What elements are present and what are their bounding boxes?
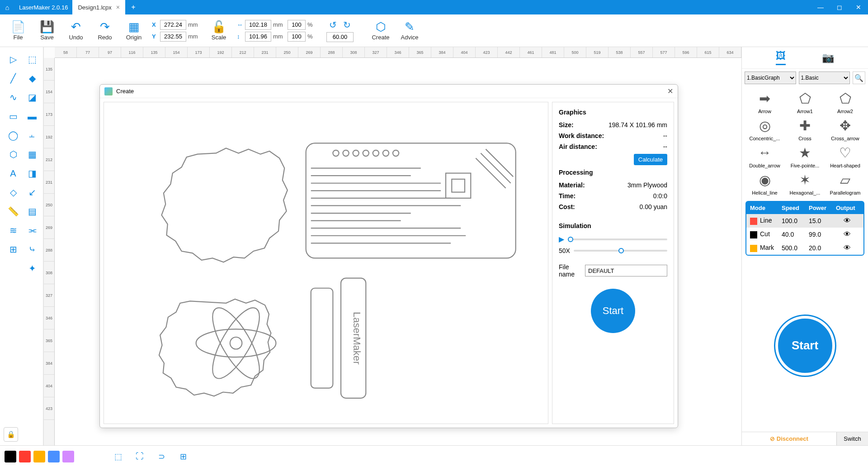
shape-five-pointe...[interactable]: ★Five-pointe... (786, 143, 824, 168)
camera-tab-icon[interactable]: 📷 (822, 52, 834, 64)
rect-tool[interactable]: ▭ (5, 109, 21, 124)
shape-hexagonal_...[interactable]: ✶Hexagonal_... (786, 170, 824, 195)
shape-heart-shaped[interactable]: ♡Heart-shaped (826, 143, 864, 168)
dialog-close-icon[interactable]: ✕ (667, 87, 673, 95)
sim-progress-slider[interactable] (568, 238, 667, 240)
minimize-button[interactable]: — (811, 4, 830, 11)
filename-input[interactable] (585, 265, 667, 276)
tab-design[interactable]: Design1.lcpx × (72, 0, 125, 14)
magnet-button[interactable]: ⊃ (154, 449, 169, 464)
global-start-button[interactable]: Start (778, 319, 832, 373)
undo-button[interactable]: ↶Undo (61, 17, 90, 45)
close-window-button[interactable]: ✕ (849, 4, 868, 11)
width-pct-input[interactable]: 100 (288, 20, 306, 30)
disconnect-status[interactable]: ⊘ Disconnect (742, 432, 836, 445)
shape-arrow2[interactable]: ⬠Arrow2 (826, 89, 864, 114)
layer-row-cut[interactable]: Cut40.099.0👁 (746, 228, 863, 241)
boolean-tool[interactable]: ⫘ (24, 223, 40, 238)
color-swatch[interactable] (48, 451, 60, 462)
table-tool[interactable]: ⊞ (5, 242, 21, 257)
shape-arrow1[interactable]: ⬠Arrow1 (786, 89, 824, 114)
category-select-2[interactable]: 1.Basic (799, 71, 850, 84)
color-swatch[interactable] (19, 451, 31, 462)
array-tool[interactable]: ▤ (24, 204, 40, 219)
svg-text:LaserMaker: LaserMaker (351, 311, 363, 364)
layer-row-line[interactable]: Line100.015.0👁 (746, 214, 863, 228)
close-tab-icon[interactable]: × (116, 4, 120, 11)
line-tool[interactable]: ╱ (5, 71, 21, 86)
grid-button[interactable]: ⊞ (175, 449, 191, 464)
maximize-button[interactable]: ◻ (830, 4, 849, 11)
col-output: Output (836, 205, 859, 211)
library-tab-icon[interactable]: 🖼 (776, 50, 786, 65)
path-tool[interactable]: ⤷ (24, 242, 40, 257)
shape-cross_arrow[interactable]: ✥Cross_arrow (826, 116, 864, 141)
eraser-tool[interactable]: ◇ (5, 185, 21, 200)
color-swatch[interactable] (33, 451, 45, 462)
category-select-1[interactable]: 1.BasicGraph (745, 71, 796, 84)
lock-button[interactable]: 🔒 (4, 427, 18, 442)
text-tool[interactable]: A (5, 166, 21, 181)
svg-point-2 (343, 150, 349, 156)
rotate-ccw-icon[interactable]: ↺ (329, 19, 337, 30)
crop-button[interactable]: ⬚ (110, 449, 126, 464)
height-pct-input[interactable]: 100 (288, 32, 306, 42)
curve-tool[interactable]: ∿ (5, 90, 21, 105)
rotation-input[interactable]: 60.00 (326, 32, 354, 42)
redo-button[interactable]: ↷Redo (90, 17, 119, 45)
shape-concentric_...[interactable]: ◎Concentric_... (745, 116, 784, 141)
shape-parallelogram[interactable]: ▱Parallelogram (826, 170, 864, 195)
shape-tool[interactable]: ◪ (24, 90, 40, 105)
focus-button[interactable]: ⛶ (132, 449, 147, 464)
time-value: 0:0:0 (653, 192, 667, 200)
x-input[interactable]: 272.24 (160, 20, 186, 30)
width-input[interactable]: 102.18 (245, 20, 271, 30)
polygon-tool[interactable]: ⬡ (5, 147, 21, 162)
file-button[interactable]: 📄File (4, 17, 33, 45)
shape-helical_line[interactable]: ◉Helical_line (745, 170, 784, 195)
fill-rect-tool[interactable]: ▬ (24, 109, 40, 124)
svg-point-6 (383, 150, 389, 156)
dialog-start-button[interactable]: Start (591, 289, 635, 333)
new-tab-button[interactable]: + (127, 3, 140, 11)
ellipse-tool[interactable]: ◯ (5, 128, 21, 143)
search-icon[interactable]: 🔍 (853, 71, 865, 84)
rotate-cw-icon[interactable]: ↻ (343, 19, 351, 30)
svg-point-3 (353, 150, 359, 156)
align-tool[interactable]: ⫠ (24, 128, 40, 143)
y-input[interactable]: 232.55 (160, 32, 186, 42)
laser-tool[interactable]: ✦ (24, 261, 40, 276)
sim-speed-slider[interactable] (574, 250, 667, 252)
marquee-tool[interactable]: ⬚ (24, 52, 40, 67)
color-swatch[interactable] (5, 451, 16, 462)
processing-heading: Processing (559, 169, 667, 176)
shape-arrow[interactable]: ➡Arrow (745, 89, 784, 114)
svg-point-7 (393, 150, 399, 156)
create-button[interactable]: ⬡Create (366, 17, 395, 45)
scale-button[interactable]: 🔓Scale (204, 17, 233, 45)
save-button[interactable]: 💾Save (33, 17, 61, 45)
layer-row-mark[interactable]: Mark500.020.0👁 (746, 241, 863, 255)
right-panel: 🖼 📷 1.BasicGraph 1.Basic 🔍 ➡Arrow⬠Arrow1… (741, 47, 868, 445)
home-icon[interactable]: ⌂ (0, 4, 14, 11)
undo-icon: ↶ (71, 20, 81, 33)
layers-tool[interactable]: ≋ (5, 223, 21, 238)
shape-cross[interactable]: ✚Cross (786, 116, 824, 141)
shape-double_arrow[interactable]: ↔Double_arrow (745, 143, 784, 168)
height-input[interactable]: 101.96 (245, 32, 271, 42)
switch-button[interactable]: Switch (836, 432, 868, 445)
origin-button[interactable]: ▦Origin (119, 17, 148, 45)
bottom-bar: ⬚ ⛶ ⊃ ⊞ (0, 445, 868, 467)
select-tool[interactable]: ▷ (5, 52, 21, 67)
color-swatch[interactable] (62, 451, 74, 462)
grid-tool[interactable]: ▦ (24, 147, 40, 162)
play-icon[interactable]: ▶ (559, 235, 564, 243)
app-title: LaserMaker 2.0.16 (14, 4, 72, 11)
size-inputs: ↔102.18mm100% ↕101.96mm100% (237, 20, 320, 42)
fill-tool[interactable]: ◆ (24, 71, 40, 86)
edit-node-tool[interactable]: ↙ (24, 185, 40, 200)
advice-button[interactable]: ✎Advice (395, 17, 424, 45)
calculate-button[interactable]: Calculate (634, 154, 667, 165)
measure-tool[interactable]: 📏 (5, 204, 21, 219)
mirror-tool[interactable]: ◨ (24, 166, 40, 181)
